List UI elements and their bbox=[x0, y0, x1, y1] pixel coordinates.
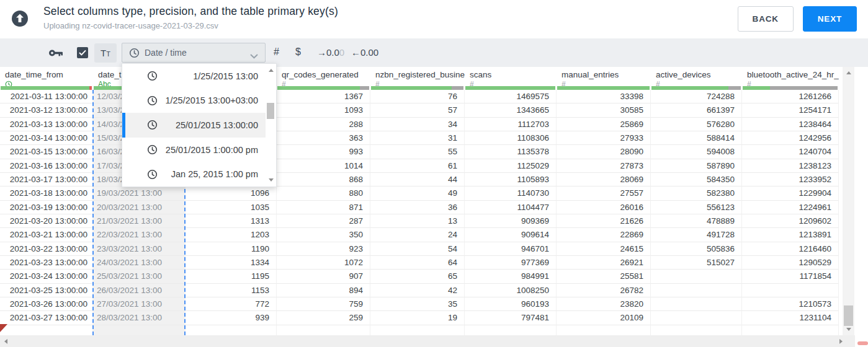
table-row: 2021-03-21 13:00:0022/03/2021 13:0012033… bbox=[0, 228, 839, 242]
table-cell: 759 bbox=[277, 297, 370, 311]
scroll-up-icon[interactable] bbox=[846, 71, 851, 74]
table-cell: 30585 bbox=[557, 103, 651, 117]
table-cell: 20/03/2021 13:00 bbox=[93, 201, 186, 214]
scroll-down-icon[interactable] bbox=[269, 178, 274, 182]
dropdown-scrollbar[interactable] bbox=[266, 64, 276, 187]
table-cell: 1093 bbox=[277, 103, 370, 117]
table-cell bbox=[651, 270, 742, 283]
table-cell: 946701 bbox=[465, 242, 557, 256]
upload-icon bbox=[11, 10, 29, 27]
column-name: date_time_from bbox=[5, 70, 93, 79]
column-name: manual_entries bbox=[562, 70, 651, 79]
table-cell: 993 bbox=[277, 145, 370, 159]
decrease-decimal-button[interactable]: ←0.00 bbox=[351, 47, 378, 58]
table-row: 2021-03-26 13:00:0027/03/2021 13:0077275… bbox=[0, 297, 839, 311]
table-cell: 772 bbox=[186, 297, 277, 311]
table-cell: 923 bbox=[277, 242, 370, 256]
column-header-scans[interactable]: scans# bbox=[465, 67, 557, 90]
column-header-nzbn_registered_busine[interactable]: nzbn_registered_busine# bbox=[370, 67, 465, 90]
table-cell: 24/03/2021 13:00 bbox=[93, 256, 186, 270]
clock-icon bbox=[129, 48, 140, 58]
table-cell: 907 bbox=[277, 270, 370, 283]
type-select[interactable]: Date / time bbox=[122, 43, 266, 63]
table-cell: 909614 bbox=[465, 228, 557, 242]
table-cell: 1195 bbox=[186, 270, 277, 283]
currency-type-button[interactable]: $ bbox=[295, 46, 301, 58]
table-cell: 588414 bbox=[651, 131, 742, 145]
primary-key-icon[interactable] bbox=[48, 48, 63, 59]
vertical-scrollbar[interactable] bbox=[843, 67, 854, 335]
table-cell: 24 bbox=[370, 228, 465, 242]
table-cell: 1233952 bbox=[742, 173, 839, 187]
table-cell: 960193 bbox=[465, 297, 557, 311]
table-cell: 26016 bbox=[557, 201, 651, 214]
boolean-type-checkbox-icon[interactable] bbox=[77, 47, 88, 58]
format-option-label: 1/25/2015 13:00+03:00 bbox=[158, 95, 266, 105]
column-name: bluetooth_active_24_hr_ bbox=[747, 70, 839, 79]
table-cell: 1334 bbox=[186, 256, 277, 270]
column-header-date_time_from[interactable]: date_time_from bbox=[0, 67, 93, 90]
table-cell bbox=[370, 325, 465, 335]
table-cell: 587890 bbox=[651, 159, 742, 173]
table-cell: 2021-03-22 13:00:00 bbox=[0, 242, 93, 256]
numeric-type-button[interactable]: # bbox=[274, 46, 279, 58]
horizontal-scrollbar-thumb[interactable] bbox=[857, 341, 868, 345]
upload-status-text: Uploading nz-covid-tracer-usage-2021-03-… bbox=[43, 21, 338, 30]
column-header-manual_entries[interactable]: manual_entries# bbox=[557, 67, 651, 90]
table-cell: 1469575 bbox=[465, 90, 557, 103]
table-row: 2021-03-19 13:00:0020/03/2021 13:0010358… bbox=[0, 201, 839, 214]
scroll-down-icon[interactable] bbox=[846, 328, 851, 331]
table-cell: 1240704 bbox=[742, 145, 839, 159]
dropdown-scrollbar-thumb[interactable] bbox=[267, 103, 274, 119]
table-cell: 42 bbox=[370, 284, 465, 297]
table-cell: 20109 bbox=[557, 311, 651, 325]
table-cell: 19 bbox=[370, 311, 465, 325]
table-cell: 21626 bbox=[557, 214, 651, 228]
table-cell: 871 bbox=[277, 201, 370, 214]
table-row: 2021-03-25 13:00:0026/03/2021 13:0011538… bbox=[0, 284, 839, 297]
column-header-bluetooth_active_24_hr_[interactable]: bluetooth_active_24_hr_# bbox=[742, 67, 839, 90]
table-cell: 76 bbox=[370, 90, 465, 103]
format-option[interactable]: 25/01/2015 13:00:00 bbox=[122, 113, 266, 138]
table-cell: 1105893 bbox=[465, 173, 557, 187]
table-cell: 556123 bbox=[651, 201, 742, 214]
back-button[interactable]: BACK bbox=[738, 6, 794, 32]
column-name: scans bbox=[470, 70, 557, 79]
header-bar: Select columns type, precision, and the … bbox=[0, 0, 868, 38]
next-button[interactable]: NEXT bbox=[803, 6, 857, 32]
scroll-left-icon[interactable] bbox=[4, 339, 7, 344]
table-cell: 288 bbox=[277, 118, 370, 131]
table-cell: 55 bbox=[370, 145, 465, 159]
wizard-actions: BACK NEXT bbox=[738, 6, 857, 32]
text-type-button[interactable]: TT bbox=[94, 43, 117, 63]
format-option[interactable]: Jan 25, 2015 1:00 pm bbox=[122, 162, 266, 187]
format-option[interactable]: 1/25/2015 13:00+03:00 bbox=[122, 89, 266, 113]
quality-gray-segment bbox=[770, 86, 838, 90]
column-header-qr_codes_generated[interactable]: qr_codes_generated# bbox=[277, 67, 370, 90]
quality-gray-segment bbox=[452, 86, 463, 90]
table-cell: 34 bbox=[370, 118, 465, 131]
column-quality-bar bbox=[465, 86, 555, 90]
column-header-active_devices[interactable]: active_devices# bbox=[651, 67, 742, 90]
table-cell bbox=[742, 284, 839, 297]
format-option[interactable]: 25/01/2015 1:00:00 pm bbox=[122, 138, 266, 162]
increase-decimal-button[interactable]: →0.00 bbox=[317, 47, 344, 58]
table-cell: 33398 bbox=[557, 90, 651, 103]
table-cell: 1096 bbox=[186, 187, 277, 200]
date-format-dropdown: 1/25/2015 13:001/25/2015 13:00+03:0025/0… bbox=[122, 63, 277, 187]
error-flag-icon bbox=[0, 324, 7, 332]
table-cell bbox=[651, 297, 742, 311]
vertical-scrollbar-thumb[interactable] bbox=[844, 305, 853, 326]
table-row: 2021-03-27 13:00:0028/03/2021 13:0093925… bbox=[0, 311, 839, 325]
quality-green-segment bbox=[651, 86, 728, 90]
horizontal-scrollbar[interactable] bbox=[0, 335, 855, 347]
scroll-right-icon[interactable] bbox=[839, 339, 843, 344]
format-option[interactable]: 1/25/2015 13:00 bbox=[122, 64, 266, 89]
scroll-up-icon[interactable] bbox=[269, 69, 274, 72]
table-cell: 724288 bbox=[651, 90, 742, 103]
table-cell: 1313 bbox=[186, 214, 277, 228]
table-cell: 2021-03-27 13:00:00 bbox=[0, 311, 93, 325]
table-cell: 1238464 bbox=[742, 118, 839, 131]
table-cell: 24615 bbox=[557, 242, 651, 256]
table-cell: 661397 bbox=[651, 103, 742, 117]
